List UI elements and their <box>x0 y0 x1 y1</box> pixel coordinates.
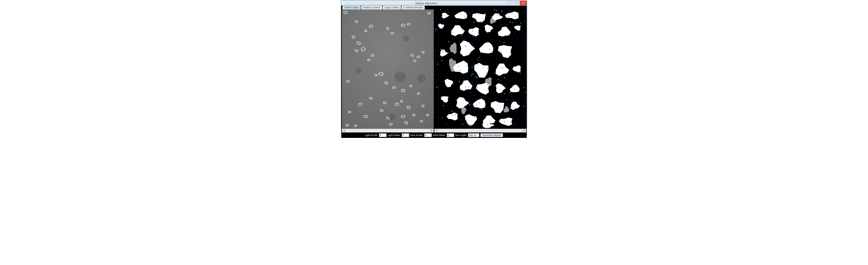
svg-point-128 <box>506 13 506 13</box>
svg-point-161 <box>498 79 499 80</box>
svg-point-86 <box>447 52 448 53</box>
svg-point-194 <box>444 106 445 106</box>
svg-point-282 <box>488 65 489 66</box>
svg-point-159 <box>468 78 468 79</box>
svg-point-285 <box>466 106 467 107</box>
svg-point-97 <box>480 10 482 11</box>
svg-point-123 <box>442 29 443 29</box>
svg-point-114 <box>493 73 494 74</box>
svg-point-230 <box>488 54 489 55</box>
svg-point-291 <box>438 24 439 25</box>
svg-point-198 <box>488 84 489 85</box>
svg-point-214 <box>493 86 494 87</box>
svg-point-263 <box>488 66 489 67</box>
scroll-left-arrow-icon[interactable]: ◄ <box>435 129 438 132</box>
svg-point-292 <box>474 95 475 96</box>
svg-point-82 <box>462 30 463 31</box>
left-scrollbar[interactable]: ◄ ► <box>342 129 434 133</box>
svg-point-196 <box>510 22 511 23</box>
svg-point-236 <box>483 68 484 69</box>
svg-point-120 <box>437 29 438 30</box>
maximize-button[interactable]: □ <box>513 1 520 5</box>
dark-erode-label: Dark Erode: <box>410 134 423 136</box>
close-button[interactable]: ✕ <box>520 1 527 5</box>
light-dilate-label: Light Dilate: <box>388 134 401 136</box>
svg-point-158 <box>512 96 512 97</box>
svg-point-293 <box>437 63 438 64</box>
svg-point-107 <box>460 70 461 71</box>
tab-large-craters[interactable]: Large Craters <box>382 6 401 9</box>
svg-point-275 <box>502 85 503 86</box>
svg-point-180 <box>477 35 478 36</box>
svg-point-89 <box>496 59 497 60</box>
light-erode-input[interactable] <box>379 133 386 137</box>
svg-point-197 <box>465 87 466 87</box>
minimize-button[interactable]: — <box>506 1 513 5</box>
svg-point-235 <box>525 104 526 105</box>
svg-point-140 <box>490 66 490 67</box>
svg-point-142 <box>456 114 456 115</box>
svg-point-304 <box>466 89 466 90</box>
scroll-right-arrow-icon[interactable]: ► <box>430 129 433 132</box>
svg-point-199 <box>474 117 475 117</box>
svg-point-276 <box>441 60 443 61</box>
svg-point-268 <box>510 80 511 81</box>
svg-point-129 <box>485 97 486 98</box>
svg-point-133 <box>452 32 453 33</box>
generate-ellipses-button[interactable]: Generate ellipses <box>480 133 503 137</box>
svg-point-281 <box>462 124 463 125</box>
svg-point-258 <box>484 53 485 54</box>
svg-point-306 <box>497 86 498 87</box>
right-scrollbar[interactable]: ◄ ► <box>434 129 526 133</box>
svg-point-241 <box>520 23 521 24</box>
svg-point-290 <box>437 26 438 26</box>
dark-erode-input[interactable] <box>424 133 432 137</box>
svg-point-124 <box>485 62 486 63</box>
tab-combined-results[interactable]: Combined Results <box>401 6 425 9</box>
svg-point-303 <box>515 125 516 125</box>
svg-point-242 <box>445 11 445 12</box>
svg-point-108 <box>516 78 517 79</box>
svg-point-307 <box>464 16 465 17</box>
right-canvas-wrap[interactable] <box>434 9 526 129</box>
tab-medium-craters[interactable]: Medium Craters <box>361 6 382 9</box>
svg-point-167 <box>466 46 466 47</box>
svg-point-229 <box>507 25 507 25</box>
svg-point-279 <box>445 123 446 124</box>
svg-point-298 <box>466 18 467 19</box>
svg-point-172 <box>443 108 444 109</box>
svg-point-265 <box>510 122 511 123</box>
left-canvas <box>342 9 434 129</box>
dark-dilate-input[interactable] <box>447 133 454 137</box>
left-panel: ◄ ► <box>342 9 434 133</box>
svg-point-233 <box>471 107 472 107</box>
tab-small-craters[interactable]: Small Craters <box>342 6 361 9</box>
scroll-right-arrow-icon[interactable]: ► <box>522 129 526 132</box>
svg-point-4 <box>389 113 396 120</box>
svg-point-294 <box>514 113 515 114</box>
svg-point-246 <box>517 71 518 72</box>
svg-point-212 <box>435 112 435 113</box>
svg-point-226 <box>494 9 495 10</box>
svg-point-163 <box>469 13 470 13</box>
svg-point-81 <box>506 99 507 100</box>
svg-point-299 <box>523 12 524 13</box>
svg-point-53 <box>508 16 509 17</box>
svg-point-244 <box>519 32 520 32</box>
svg-point-122 <box>497 54 498 55</box>
svg-point-55 <box>516 100 517 101</box>
svg-point-67 <box>475 23 476 24</box>
svg-point-240 <box>479 103 480 103</box>
svg-point-145 <box>438 87 439 88</box>
left-canvas-wrap[interactable] <box>342 9 434 129</box>
svg-point-117 <box>525 121 526 122</box>
svg-point-296 <box>506 17 507 18</box>
scroll-left-arrow-icon[interactable]: ◄ <box>342 129 346 132</box>
sun-angle-input[interactable] <box>468 133 479 137</box>
svg-point-127 <box>469 10 470 10</box>
svg-point-113 <box>488 32 489 33</box>
light-dilate-input[interactable] <box>402 133 409 137</box>
svg-point-224 <box>496 98 497 99</box>
svg-point-272 <box>517 37 518 38</box>
svg-point-211 <box>523 106 524 107</box>
